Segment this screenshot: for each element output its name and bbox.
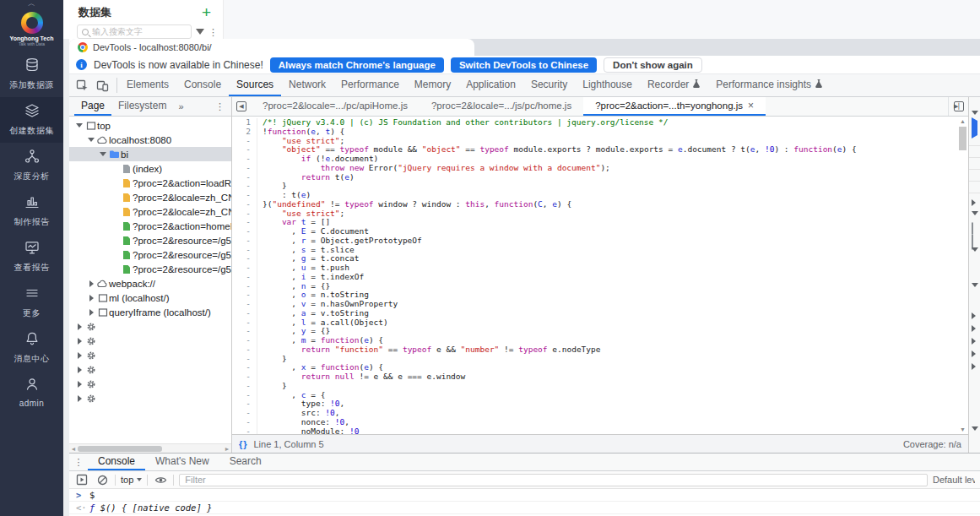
drawer-tab-what-s-new[interactable]: What's New [145, 454, 219, 470]
tri-right-icon[interactable] [972, 363, 976, 370]
tab-security[interactable]: Security [523, 74, 575, 96]
live-expression-eye-icon[interactable] [153, 472, 168, 487]
expander-open-icon[interactable] [76, 123, 83, 128]
expander-closed-icon[interactable] [78, 395, 82, 402]
console-filter-box[interactable] [179, 474, 928, 486]
tree-item[interactable] [69, 377, 231, 391]
sidebar-item-2[interactable]: 深度分析 [0, 143, 63, 188]
tree-item[interactable] [69, 319, 231, 334]
sidebar-item-5[interactable]: 更多 [0, 280, 63, 325]
inspect-element-icon[interactable] [74, 78, 89, 93]
hscroll-thumb[interactable] [78, 446, 162, 452]
close-tab-icon[interactable]: × [748, 100, 754, 111]
match-language-button[interactable]: Always match Chrome's language [270, 57, 444, 73]
tree-item[interactable] [69, 348, 231, 362]
sidebar-item-admin[interactable]: admin [0, 371, 63, 414]
panel-menu-icon[interactable]: ⋮ [208, 28, 218, 36]
tree-item[interactable]: top [69, 118, 231, 133]
show-debugger-sidebar-icon[interactable]: ▶▏ [948, 97, 968, 116]
tree-item[interactable]: ?proc=2&locale=zh_CN&last [69, 190, 231, 204]
tab-performance-insights[interactable]: Performance insights [708, 74, 831, 96]
vscroll-thumb[interactable] [959, 127, 966, 150]
tab-lighthouse[interactable]: Lighthouse [575, 74, 640, 96]
tri-right-icon[interactable] [972, 325, 976, 332]
tree-item[interactable] [69, 362, 231, 377]
console-filter-input[interactable] [185, 475, 922, 485]
device-toolbar-icon[interactable] [95, 78, 110, 93]
tri-down-icon[interactable] [972, 111, 978, 115]
editor-vscrollbar[interactable]: ▲ ▼ [957, 117, 968, 434]
scroll-up-icon[interactable]: ▲ [957, 118, 968, 124]
expander-closed-icon[interactable] [78, 381, 82, 388]
sidebar-item-4[interactable]: 查看报告 [0, 234, 63, 280]
dataset-search-box[interactable] [77, 24, 192, 39]
context-selector[interactable]: top [121, 475, 142, 485]
log-levels-dropdown[interactable]: Default levels [933, 475, 975, 485]
tree-item[interactable] [69, 391, 231, 405]
drawer-menu-icon[interactable]: ⋮ [69, 454, 88, 470]
expander-open-icon[interactable] [100, 152, 106, 156]
expander-closed-icon[interactable] [78, 338, 82, 345]
tree-item[interactable] [69, 334, 231, 348]
tri-down-icon[interactable] [972, 426, 978, 431]
tab-memory[interactable]: Memory [407, 74, 458, 96]
expander-open-icon[interactable] [88, 138, 95, 142]
tree-item[interactable]: ?proc=2&resource=/g5/h5/c [69, 247, 231, 262]
tab-elements[interactable]: Elements [119, 74, 176, 96]
drawer-tab-console[interactable]: Console [88, 454, 145, 470]
switch-chinese-button[interactable]: Switch DevTools to Chinese [451, 57, 597, 73]
tab-network[interactable]: Network [281, 74, 333, 96]
editor-tab[interactable]: ?proc=2&locale=.../js/pc/home.js [420, 97, 583, 116]
tree-item[interactable]: ?proc=2&action=homeLogo [69, 219, 231, 233]
blue-arrow-icon[interactable] [972, 121, 977, 136]
window-tab[interactable]: DevTools - localhost:8080/bi/ [69, 39, 474, 56]
tree-item[interactable]: ?proc=2&action=loadResour [69, 176, 231, 190]
console-messages[interactable]: >$<·ƒ $() { [native code] } [69, 489, 980, 516]
expander-closed-icon[interactable] [89, 309, 94, 316]
tab-sources[interactable]: Sources [229, 74, 281, 96]
sidebar-item-1[interactable]: 创建数据集 [0, 97, 63, 143]
editor-tab[interactable]: ?proc=2&action=...th=yonghong.js× [583, 97, 766, 116]
console-message[interactable]: >$ [69, 489, 980, 502]
tree-item[interactable]: localhost:8080 [69, 133, 231, 147]
tri-right-icon[interactable] [972, 350, 976, 357]
tab-performance[interactable]: Performance [333, 74, 407, 96]
filter-icon[interactable] [196, 29, 204, 35]
tree-item[interactable]: queryIframe (localhost/) [69, 305, 231, 319]
debugger-sidebar-sliver[interactable] [968, 97, 980, 453]
expander-closed-icon[interactable] [78, 352, 82, 359]
tab-application[interactable]: Application [458, 74, 523, 96]
code-editor[interactable]: 1/*! jQuery v3.4.0 | (c) JS Foundation a… [232, 117, 957, 434]
navigator-menu-icon[interactable]: ⋮ [208, 97, 231, 116]
navigator-tab-filesystem[interactable]: Filesystem [111, 97, 173, 116]
sidebar-item-0[interactable]: 添加数据源 [0, 52, 63, 97]
expander-closed-icon[interactable] [78, 323, 82, 330]
sidebar-item-6[interactable]: 消息中心 [0, 325, 63, 371]
navigator-tab-page[interactable]: Page [74, 97, 111, 116]
tri-right-icon[interactable] [972, 199, 976, 206]
scroll-right-icon[interactable]: ► [223, 446, 231, 452]
console-sidebar-icon[interactable] [74, 472, 89, 487]
drawer-tab-search[interactable]: Search [219, 454, 272, 470]
tree-item[interactable]: ml (localhost/) [69, 291, 231, 305]
sidebar-item-3[interactable]: 制作报告 [0, 188, 63, 234]
tri-right-icon[interactable] [972, 312, 976, 319]
pretty-print-icon[interactable]: { } [239, 439, 246, 449]
tri-down-icon[interactable] [972, 211, 978, 215]
more-tabs-icon[interactable]: » [173, 97, 188, 116]
tab-recorder[interactable]: Recorder [640, 74, 708, 96]
console-message[interactable]: <·ƒ $() { [native code] } [69, 502, 980, 514]
dataset-search-input[interactable] [92, 27, 187, 36]
tree-item[interactable]: ?proc=2&resource=/g5/h5/c [69, 233, 231, 247]
expander-closed-icon[interactable] [89, 295, 94, 301]
tri-down-icon[interactable] [972, 283, 978, 287]
sidebar-scroll-up-icon[interactable]: ︿ [28, 0, 35, 8]
add-dataset-button[interactable]: + [202, 7, 211, 19]
tab-console[interactable]: Console [176, 74, 229, 96]
dont-show-again-button[interactable]: Don't show again [604, 57, 702, 73]
tri-right-icon[interactable] [972, 338, 976, 345]
navigator-hscrollbar[interactable]: ◄ ► [69, 443, 231, 453]
tree-item[interactable]: ?proc=2&locale=zh_CN&last [69, 204, 231, 219]
tree-item[interactable]: (index) [69, 161, 231, 176]
tree-item[interactable]: ?proc=2&resource=/g5/h5/c [69, 262, 231, 276]
